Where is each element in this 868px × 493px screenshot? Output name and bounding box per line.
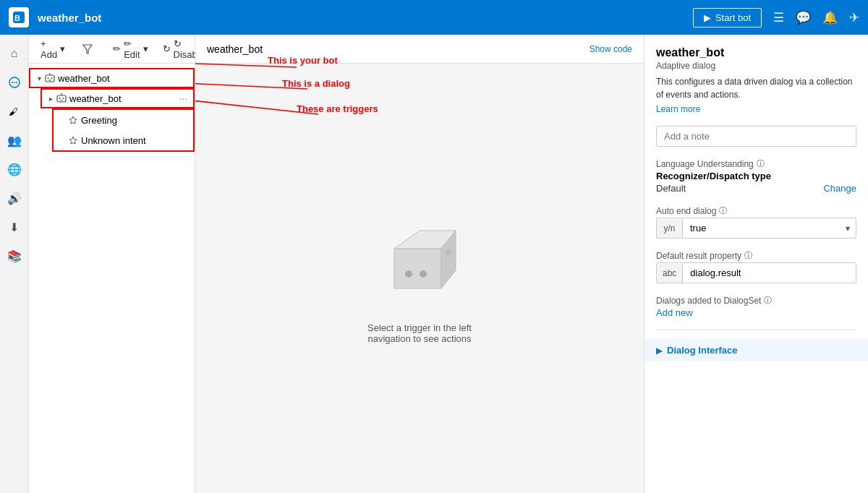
default-result-info-icon: ⓘ [744, 250, 752, 261]
tree-node-unknown-intent[interactable]: Unknown intent [54, 130, 193, 150]
canvas-body: Select a trigger in the left navigation … [195, 64, 644, 493]
topbar: B weather_bot ▶ Start bot ☰ 💬 🔔 ✈ [0, 0, 868, 35]
svg-point-5 [16, 82, 17, 83]
filter-button[interactable] [77, 41, 98, 57]
svg-point-27 [405, 270, 412, 278]
rp-subtitle: Adaptive dialog [656, 61, 856, 71]
svg-point-11 [48, 77, 49, 79]
language-understanding-label: Language Understanding ⓘ [656, 158, 856, 169]
change-link[interactable]: Change [823, 183, 856, 194]
canvas-header: weather_bot Show code [195, 35, 644, 64]
dialogs-added-label: Dialogs added to DialogSet ⓘ [656, 295, 856, 306]
svg-point-18 [63, 98, 64, 99]
tree-node-dialog[interactable]: ▸ weather_bot ··· [41, 88, 195, 108]
greeting-chevron [56, 114, 68, 126]
app-logo: B [9, 7, 29, 27]
hamburger-icon[interactable]: ☰ [773, 10, 784, 25]
bell-icon[interactable]: 🔔 [822, 10, 838, 25]
panel-divider [656, 330, 856, 330]
disable-icon: ↻ [163, 43, 171, 54]
edit-button[interactable]: ✏ ✏ Edit ▾ [107, 35, 153, 63]
auto-end-label: Auto end dialog ⓘ [656, 205, 856, 216]
root-chevron-icon: ▾ [33, 72, 45, 84]
edit-chevron-icon: ▾ [143, 43, 148, 54]
canvas-empty-message: Select a trigger in the left navigation … [367, 322, 472, 344]
nav-speech[interactable]: 🔊 [1, 185, 27, 211]
rp-title: weather_bot [656, 46, 856, 59]
triggers-container: Greeting Unknown intent [52, 108, 195, 152]
nav-home[interactable]: ⌂ [1, 40, 27, 67]
trigger-icon-unknown [68, 135, 78, 145]
auto-end-info-icon: ⓘ [719, 205, 727, 216]
dialog-interface-label: Dialog Interface [667, 345, 738, 356]
default-result-input[interactable] [683, 263, 856, 283]
svg-rect-14 [57, 95, 66, 102]
svg-text:B: B [14, 14, 20, 22]
dialogs-added-info-icon: ⓘ [764, 295, 772, 306]
trigger-icon-greeting [68, 115, 78, 125]
dice-illustration [373, 213, 467, 314]
svg-point-4 [14, 82, 15, 83]
nav-dialog[interactable] [1, 69, 27, 95]
dialog-chevron-icon: ▸ [45, 93, 56, 104]
plane-icon[interactable]: ✈ [849, 10, 859, 25]
right-panel: weather_bot Adaptive dialog This configu… [644, 35, 868, 493]
default-result-field: abc [656, 262, 856, 283]
svg-point-17 [59, 98, 61, 99]
edit-icon: ✏ [113, 43, 121, 54]
dialog-interface-chevron: ▶ [656, 346, 663, 356]
nav-stack[interactable]: 📚 [1, 243, 27, 269]
nav-download[interactable]: ⬇ [1, 214, 27, 240]
svg-point-10 [49, 73, 51, 74]
tree-node-root[interactable]: ▾ weather_bot [29, 68, 195, 88]
nav-lg[interactable]: 🖌 [1, 98, 27, 124]
canvas-area: weather_bot Show code This is your bot T… [195, 35, 644, 493]
auto-end-prefix: y/n [657, 219, 683, 238]
svg-marker-7 [83, 45, 92, 53]
chat-icon[interactable]: 💬 [796, 10, 811, 25]
tree-toolbar: + Add ▾ ✏ ✏ Edit ▾ ↻ ↻ Disable ▾ [29, 35, 195, 64]
svg-point-3 [12, 82, 13, 83]
svg-point-16 [61, 93, 62, 95]
icon-bar: ⌂ 🖌 👥 🌐 🔊 ⬇ 📚 [0, 35, 29, 493]
svg-point-28 [420, 270, 427, 278]
auto-end-value[interactable]: true [683, 218, 840, 238]
play-icon: ▶ [704, 12, 711, 23]
learn-more-link[interactable]: Learn more [656, 104, 856, 114]
recognizer-type-label: Recognizer/Dispatch type [656, 171, 856, 181]
tree-content: ▾ weather_bot [29, 64, 195, 156]
add-button[interactable]: + Add ▾ [35, 35, 71, 63]
bot-icon [45, 73, 55, 83]
tree-node-greeting[interactable]: Greeting [54, 110, 193, 130]
default-result-label: Default result property ⓘ [656, 250, 856, 261]
tree-with-annotations: ▾ weather_bot [29, 64, 195, 493]
auto-end-dropdown-icon[interactable]: ▾ [840, 219, 856, 238]
dialog-icon [56, 93, 67, 103]
add-chevron-icon: ▾ [60, 43, 65, 54]
svg-point-12 [51, 77, 53, 79]
tree-more-icon[interactable]: ··· [176, 93, 190, 104]
tree-panel: + Add ▾ ✏ ✏ Edit ▾ ↻ ↻ Disable ▾ [29, 35, 195, 493]
add-note-input[interactable] [656, 126, 856, 147]
start-bot-button[interactable]: ▶ Start bot [693, 8, 762, 27]
add-new-link[interactable]: Add new [656, 307, 856, 318]
rp-description: This configures a data driven dialog via… [656, 75, 856, 101]
svg-text:🖌: 🖌 [9, 106, 18, 117]
main-layout: ⌂ 🖌 👥 🌐 🔊 ⬇ 📚 + Add ▾ [0, 35, 868, 493]
unknown-chevron [56, 134, 68, 146]
recognizer-value: Default [656, 183, 823, 194]
svg-rect-8 [46, 75, 54, 82]
app-title: weather_bot [38, 12, 684, 24]
show-code-button[interactable]: Show code [590, 44, 632, 54]
nav-globe[interactable]: 🌐 [1, 156, 27, 182]
canvas-title: weather_bot [207, 43, 584, 55]
auto-end-field: y/n true ▾ [656, 218, 856, 239]
svg-marker-24 [394, 249, 441, 288]
dialog-interface-section[interactable]: ▶ Dialog Interface [644, 339, 868, 361]
info-icon: ⓘ [757, 158, 765, 169]
topbar-right: ▶ Start bot ☰ 💬 🔔 ✈ [693, 8, 859, 27]
default-result-prefix: abc [657, 264, 683, 283]
nav-users[interactable]: 👥 [1, 127, 27, 153]
svg-point-29 [446, 249, 451, 255]
